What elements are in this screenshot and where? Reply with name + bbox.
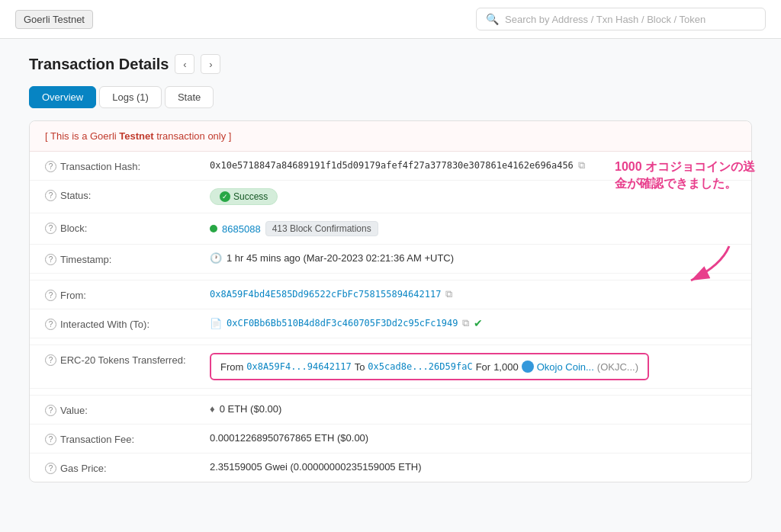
row-interacted: ? Interacted With (To): 📄 0xCF0Bb6Bb510B…	[30, 309, 751, 338]
row-from: ? From: 0x8A59F4bd4E585Dd96522cFbFc75815…	[30, 280, 751, 309]
value-block: 8685088 413 Block Confirmations	[210, 221, 736, 236]
copy-icon-interacted[interactable]: ⧉	[462, 317, 469, 329]
spacer-row-3	[30, 389, 751, 396]
info-icon-erc20: ?	[45, 354, 56, 366]
search-icon: 🔍	[486, 13, 499, 25]
content-wrapper: 1000 オコジョコインの送金が確認できました。 [ This is a Goe…	[29, 120, 752, 482]
label-interacted: ? Interacted With (To):	[45, 317, 198, 330]
row-tx-hash: ? Transaction Hash: 0x10e5718847a8468919…	[30, 152, 751, 181]
header: Goerli Testnet 🔍 Search by Address / Txn…	[0, 0, 781, 39]
tab-bar: Overview Logs (1) State	[29, 86, 752, 108]
block-dot-icon	[210, 225, 217, 232]
block-confirmations-badge: 413 Block Confirmations	[265, 221, 378, 236]
prev-arrow[interactable]: ‹	[175, 54, 194, 74]
testnet-notice-bold: Testnet	[119, 130, 153, 142]
label-value: ? Value:	[45, 403, 198, 416]
interacted-address-link[interactable]: 0xCF0Bb6Bb510B4d8dF3c460705F3Dd2c95cFc19…	[227, 318, 458, 328]
value-interacted: 📄 0xCF0Bb6Bb510B4d8dF3c460705F3Dd2c95cFc…	[210, 317, 736, 329]
info-icon-gas: ?	[45, 463, 56, 474]
value-value: ♦ 0 ETH ($0.00)	[210, 403, 736, 415]
value-fee: 0.00012268950767865 ETH ($0.00)	[210, 432, 736, 444]
page-title: Transaction Details	[29, 56, 169, 73]
label-status: ? Status:	[45, 188, 198, 201]
token-icon	[522, 361, 534, 373]
label-tx-hash: ? Transaction Hash:	[45, 159, 198, 172]
label-fee: ? Transaction Fee:	[45, 432, 198, 445]
copy-icon-txhash[interactable]: ⧉	[578, 159, 585, 171]
label-timestamp: ? Timestamp:	[45, 252, 198, 265]
info-icon-block: ?	[45, 223, 56, 234]
row-status: ? Status: Success	[30, 181, 751, 213]
network-badge: Goerli Testnet	[15, 10, 93, 29]
page-container: Transaction Details ‹ › Overview Logs (1…	[17, 39, 764, 498]
copy-icon-from[interactable]: ⧉	[445, 288, 452, 300]
label-block: ? Block:	[45, 221, 198, 234]
row-gas: ? Gas Price: 2.35159005 Gwei (0.00000000…	[30, 453, 751, 482]
info-icon-timestamp: ?	[45, 254, 56, 265]
tab-overview[interactable]: Overview	[29, 86, 96, 108]
next-arrow[interactable]: ›	[201, 54, 220, 74]
label-erc20: ? ERC-20 Tokens Transferred:	[45, 353, 198, 366]
value-gas: 2.35159005 Gwei (0.00000000235159005 ETH…	[210, 461, 736, 473]
erc20-token-name[interactable]: Okojo Coin...	[537, 361, 594, 373]
tab-logs[interactable]: Logs (1)	[99, 86, 162, 108]
spacer-row-2	[30, 338, 751, 345]
info-icon-interacted: ?	[45, 319, 56, 330]
erc20-symbol: (OKJC...)	[597, 361, 638, 373]
row-fee: ? Transaction Fee: 0.00012268950767865 E…	[30, 425, 751, 453]
info-icon-value: ?	[45, 405, 56, 416]
erc20-to-label: To	[355, 361, 365, 373]
row-erc20: ? ERC-20 Tokens Transferred: From 0x8A59…	[30, 345, 751, 389]
erc20-for-label: For	[476, 361, 491, 373]
label-from: ? From:	[45, 288, 198, 301]
label-gas: ? Gas Price:	[45, 461, 198, 474]
testnet-notice-before: [ This is a Goerli	[45, 130, 119, 142]
erc20-to-addr[interactable]: 0x5cad8e...26D59faC	[368, 361, 472, 372]
info-icon-status: ?	[45, 190, 56, 201]
value-from: 0x8A59F4bd4E585Dd96522cFbFc7581558946421…	[210, 288, 736, 300]
erc20-from-addr[interactable]: 0x8A59F4...94642117	[246, 361, 351, 372]
row-timestamp: ? Timestamp: 🕐 1 hr 45 mins ago (Mar-20-…	[30, 245, 751, 274]
page-title-row: Transaction Details ‹ ›	[29, 54, 752, 74]
clock-icon: 🕐	[210, 252, 222, 264]
status-badge: Success	[210, 188, 278, 205]
value-status: Success	[210, 188, 736, 205]
search-bar[interactable]: 🔍 Search by Address / Txn Hash / Block /…	[476, 8, 766, 30]
eth-icon: ♦	[210, 403, 215, 415]
erc20-from-label: From	[220, 361, 243, 373]
value-tx-hash: 0x10e5718847a84689191f1d5d09179afef4f27a…	[210, 159, 736, 171]
search-placeholder: Search by Address / Txn Hash / Block / T…	[505, 14, 705, 25]
detail-table: ? Transaction Hash: 0x10e5718847a8468919…	[30, 152, 751, 482]
row-block: ? Block: 8685088 413 Block Confirmations	[30, 213, 751, 245]
transaction-card: [ This is a Goerli Testnet transaction o…	[29, 120, 752, 482]
info-icon-fee: ?	[45, 434, 56, 445]
info-icon-from: ?	[45, 290, 56, 301]
block-number-link[interactable]: 8685088	[222, 223, 261, 235]
spacer-row	[30, 274, 751, 280]
tab-state[interactable]: State	[165, 86, 214, 108]
info-icon-txhash: ?	[45, 161, 56, 172]
row-value: ? Value: ♦ 0 ETH ($0.00)	[30, 396, 751, 425]
testnet-notice: [ This is a Goerli Testnet transaction o…	[30, 121, 751, 152]
value-timestamp: 🕐 1 hr 45 mins ago (Mar-20-2023 02:21:36…	[210, 252, 736, 264]
erc20-amount: 1,000	[493, 361, 519, 373]
testnet-notice-after: transaction only ]	[154, 130, 232, 142]
verified-icon: ✔	[474, 317, 483, 329]
contract-icon: 📄	[210, 318, 222, 329]
from-address-link[interactable]: 0x8A59F4bd4E585Dd96522cFbFc7581558946421…	[210, 289, 441, 300]
erc20-transfer-box: From 0x8A59F4...94642117 To 0x5cad8e...2…	[210, 353, 649, 380]
value-erc20: From 0x8A59F4...94642117 To 0x5cad8e...2…	[210, 353, 736, 380]
